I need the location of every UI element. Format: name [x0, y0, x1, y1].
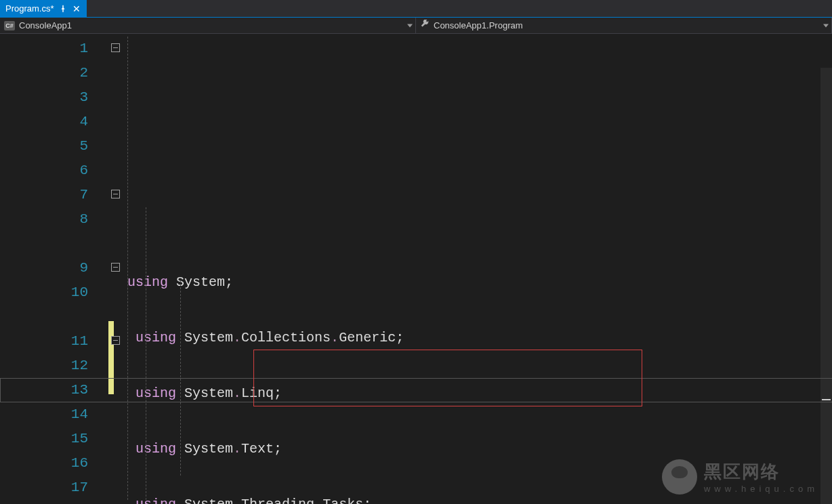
code-line: using System.Text; — [127, 437, 832, 461]
chevron-down-icon — [823, 24, 829, 27]
code-body[interactable]: using System; using System.Collections.G… — [127, 34, 832, 504]
tab-bar: Program.cs* ✕ — [0, 0, 832, 18]
nav-member-dropdown[interactable]: ConsoleApp1.Program — [416, 18, 832, 33]
line-number: 1 — [0, 37, 108, 61]
indent-guide — [180, 280, 181, 476]
class-icon — [420, 20, 430, 31]
fold-toggle[interactable] — [111, 263, 120, 272]
csharp-icon: C# — [4, 21, 15, 30]
code-line: using System.Collections.Generic; — [127, 326, 832, 350]
file-tab[interactable]: Program.cs* ✕ — [0, 0, 87, 17]
fold-toggle[interactable] — [111, 43, 120, 52]
pin-icon[interactable] — [58, 4, 68, 14]
close-icon[interactable]: ✕ — [72, 4, 81, 14]
fold-toggle[interactable] — [111, 336, 120, 345]
code-line: using System.Linq; — [127, 381, 832, 406]
indent-guide — [127, 37, 128, 500]
code-line: using System; — [127, 270, 832, 295]
fold-gutter — [108, 34, 127, 504]
code-line: using System.Threading.Tasks; — [127, 492, 832, 504]
chevron-down-icon — [407, 24, 413, 27]
indent-guide — [146, 207, 146, 500]
fold-toggle[interactable] — [111, 190, 120, 198]
line-number-gutter: 1 2 3 4 5 6 7 8 9 10 11 12 13 14 15 16 1… — [0, 34, 108, 504]
nav-project-dropdown[interactable]: C# ConsoleApp1 — [0, 18, 416, 33]
tab-title: Program.cs* — [5, 3, 54, 14]
nav-bar: C# ConsoleApp1 ConsoleApp1.Program — [0, 18, 832, 34]
nav-member-label: ConsoleApp1.Program — [434, 20, 523, 30]
code-editor[interactable]: 1 2 3 4 5 6 7 8 9 10 11 12 13 14 15 16 1… — [0, 34, 832, 504]
nav-project-label: ConsoleApp1 — [19, 20, 72, 30]
